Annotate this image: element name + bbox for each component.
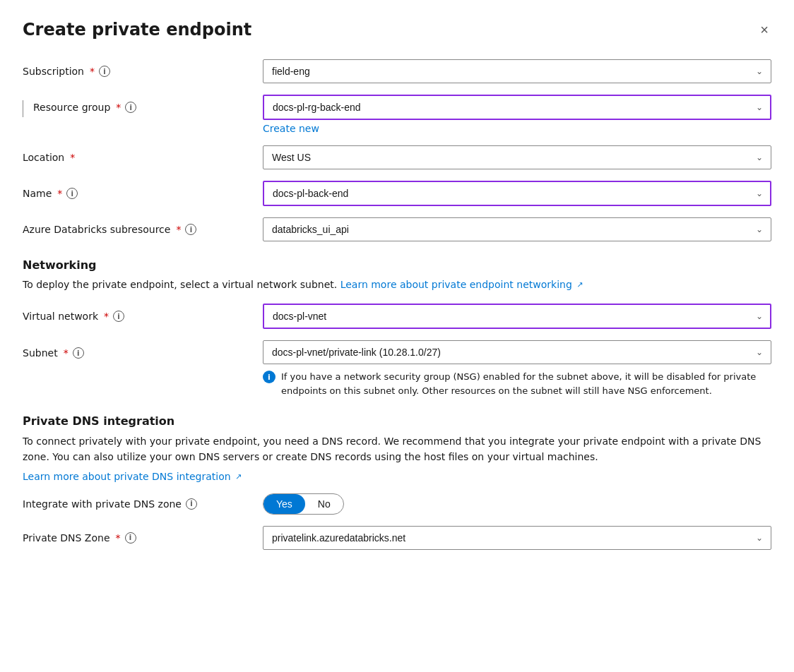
subresource-label: Azure Databricks subresource [23, 224, 170, 235]
nsg-info-text: If you have a network security group (NS… [281, 370, 771, 397]
panel-header: Create private endpoint × [23, 20, 771, 40]
resource-group-field: docs-pl-rg-back-end ⌄ Create new [263, 95, 771, 134]
resource-group-label-col: Resource group * i [33, 95, 136, 113]
location-row: Location * West US ⌄ [23, 145, 771, 169]
panel-title: Create private endpoint [23, 20, 251, 40]
resource-group-row: Resource group * i docs-pl-rg-back-end ⌄… [23, 95, 771, 134]
dns-zone-label-col: Private DNS Zone * i [23, 532, 263, 544]
indent-connector: Resource group * i [23, 95, 263, 117]
subresource-field: databricks_ui_api ⌄ [263, 217, 771, 241]
subnet-row: Subnet * i docs-pl-vnet/private-link (10… [23, 340, 771, 397]
networking-heading: Networking [23, 258, 771, 272]
name-label-col: Name * i [23, 188, 263, 199]
subnet-dropdown[interactable]: docs-pl-vnet/private-link (10.28.1.0/27) [263, 340, 771, 364]
dns-toggle-yes[interactable]: Yes [263, 494, 305, 514]
virtual-network-label-col: Virtual network * i [23, 311, 263, 322]
networking-learn-more-link[interactable]: Learn more about private endpoint networ… [340, 279, 583, 290]
subresource-info-icon[interactable]: i [185, 224, 196, 235]
subresource-dropdown[interactable]: databricks_ui_api [263, 217, 771, 241]
subscription-label: Subscription [23, 66, 84, 77]
virtual-network-row: Virtual network * i docs-pl-vnet ⌄ [23, 304, 771, 329]
resource-group-label: Resource group [33, 102, 110, 113]
name-required: * [57, 188, 62, 199]
dns-zone-row: Private DNS Zone * i privatelink.azureda… [23, 526, 771, 550]
resource-group-info-icon[interactable]: i [125, 102, 136, 113]
dns-learn-more-link[interactable]: Learn more about private DNS integration… [23, 471, 242, 482]
location-field: West US ⌄ [263, 145, 771, 169]
subscription-required: * [90, 66, 95, 77]
name-info-icon[interactable]: i [66, 188, 78, 199]
subscription-label-col: Subscription * i [23, 66, 263, 77]
subresource-required: * [176, 224, 181, 235]
subscription-dropdown-wrapper: field-eng ⌄ [263, 59, 771, 83]
name-dropdown-wrapper: docs-pl-back-end ⌄ [263, 181, 771, 206]
subresource-dropdown-wrapper: databricks_ui_api ⌄ [263, 217, 771, 241]
subscription-dropdown[interactable]: field-eng [263, 59, 771, 83]
location-label-col: Location * [23, 152, 263, 163]
dns-toggle-no[interactable]: No [305, 494, 343, 514]
networking-description: To deploy the private endpoint, select a… [23, 277, 771, 292]
dns-integrate-label-col: Integrate with private DNS zone i [23, 498, 263, 510]
name-dropdown[interactable]: docs-pl-back-end [263, 181, 771, 206]
nsg-info-circle-icon: i [263, 371, 275, 383]
dns-heading: Private DNS integration [23, 414, 771, 428]
dns-zone-dropdown-wrapper: privatelink.azuredatabricks.net ⌄ [263, 526, 771, 550]
dns-description: To connect privately with your private e… [23, 433, 771, 465]
location-dropdown-wrapper: West US ⌄ [263, 145, 771, 169]
virtual-network-dropdown-wrapper: docs-pl-vnet ⌄ [263, 304, 771, 329]
virtual-network-required: * [104, 311, 109, 322]
virtual-network-field: docs-pl-vnet ⌄ [263, 304, 771, 329]
name-label: Name [23, 188, 52, 199]
create-new-link[interactable]: Create new [263, 123, 771, 134]
dns-integrate-field: Yes No [263, 493, 771, 515]
dns-external-link-icon: ↗ [235, 472, 242, 481]
location-dropdown[interactable]: West US [263, 145, 771, 169]
name-field: docs-pl-back-end ⌄ [263, 181, 771, 206]
subnet-field: docs-pl-vnet/private-link (10.28.1.0/27)… [263, 340, 771, 397]
subscription-row: Subscription * i field-eng ⌄ [23, 59, 771, 83]
name-row: Name * i docs-pl-back-end ⌄ [23, 181, 771, 206]
virtual-network-label: Virtual network [23, 311, 98, 322]
resource-group-dropdown[interactable]: docs-pl-rg-back-end [263, 95, 771, 120]
resource-group-dropdown-wrapper: docs-pl-rg-back-end ⌄ [263, 95, 771, 120]
close-button[interactable]: × [757, 20, 771, 40]
dns-integrate-label: Integrate with private DNS zone [23, 498, 182, 510]
subnet-label: Subnet [23, 347, 58, 359]
learn-more-external-icon: ↗ [576, 280, 583, 289]
networking-section: Networking To deploy the private endpoin… [23, 258, 771, 397]
subscription-info-icon[interactable]: i [99, 66, 110, 77]
virtual-network-dropdown[interactable]: docs-pl-vnet [263, 304, 771, 329]
virtual-network-info-icon[interactable]: i [113, 311, 124, 322]
connector-line [23, 100, 23, 117]
subnet-dropdown-wrapper: docs-pl-vnet/private-link (10.28.1.0/27)… [263, 340, 771, 364]
location-required: * [70, 152, 75, 163]
dns-integrate-info-icon[interactable]: i [186, 498, 197, 510]
subresource-label-col: Azure Databricks subresource * i [23, 224, 263, 235]
location-label: Location [23, 152, 64, 163]
dns-section: Private DNS integration To connect priva… [23, 414, 771, 550]
dns-zone-required: * [116, 532, 121, 544]
nsg-info-box: i If you have a network security group (… [263, 370, 771, 397]
create-private-endpoint-panel: Create private endpoint × Subscription *… [0, 0, 794, 672]
subnet-info-icon[interactable]: i [73, 347, 84, 359]
dns-zone-dropdown[interactable]: privatelink.azuredatabricks.net [263, 526, 771, 550]
subnet-label-col: Subnet * i [23, 340, 263, 359]
dns-zone-field: privatelink.azuredatabricks.net ⌄ [263, 526, 771, 550]
dns-toggle-group: Yes No [263, 493, 344, 515]
subresource-row: Azure Databricks subresource * i databri… [23, 217, 771, 241]
subscription-field: field-eng ⌄ [263, 59, 771, 83]
dns-zone-info-icon[interactable]: i [125, 532, 136, 544]
subnet-required: * [64, 347, 69, 359]
resource-group-required: * [116, 102, 121, 113]
dns-integrate-row: Integrate with private DNS zone i Yes No [23, 493, 771, 515]
dns-zone-label: Private DNS Zone [23, 532, 110, 544]
